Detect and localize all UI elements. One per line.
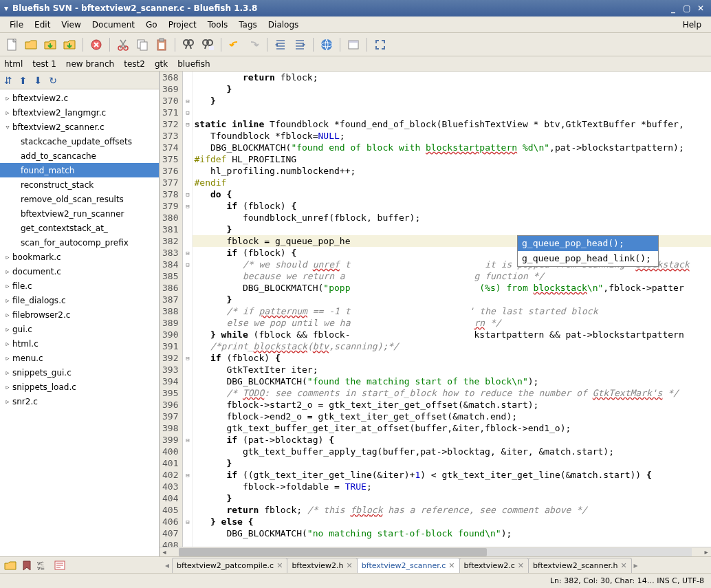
code-line[interactable]: fblock->start2_o = gtk_text_iter_get_off…: [193, 399, 711, 411]
browser-preview-button[interactable]: [318, 36, 336, 54]
close-icon[interactable]: ✕: [276, 561, 283, 570]
proj-tab[interactable]: test 1: [32, 59, 56, 69]
code-line[interactable]: return fblock; /* this fblock has a refe…: [193, 504, 711, 516]
code-line[interactable]: foundblock_unref(fblock, buffer);: [193, 212, 711, 224]
nav-up-icon[interactable]: ⬆: [19, 75, 28, 86]
window-menu-icon[interactable]: ▾: [4, 3, 8, 13]
menu-view[interactable]: View: [56, 19, 86, 31]
code-line[interactable]: DBG_BLOCKMATCH("popp (%s) from blockstac…: [193, 282, 711, 294]
autocomplete-item[interactable]: g_queue_pop_head_link();: [518, 251, 658, 266]
fold-marker[interactable]: ⊟: [183, 469, 192, 481]
new-file-button[interactable]: [3, 36, 21, 54]
menu-help[interactable]: Help: [677, 19, 707, 31]
tree-item[interactable]: ▹gui.c: [0, 322, 159, 336]
code-line[interactable]: [193, 107, 711, 118]
collapsed-icon[interactable]: ▹: [3, 354, 12, 362]
fold-gutter[interactable]: ⊟⊟⊟⊟⊟⊟⊟⊟⊟⊟⊟: [183, 72, 193, 547]
tree-item[interactable]: ▹file.c: [0, 279, 159, 293]
tree-item[interactable]: ▹document.c: [0, 264, 159, 279]
tree-item[interactable]: ▹bftextview2.c: [0, 91, 159, 105]
close-icon[interactable]: ✕: [347, 561, 353, 570]
proj-tab[interactable]: test2: [124, 59, 145, 69]
maximize-button[interactable]: ▢: [681, 3, 693, 14]
open-file-button[interactable]: [22, 36, 40, 54]
scroll-left-icon[interactable]: ◂: [160, 548, 169, 556]
code-line[interactable]: if (fblock) {: [193, 352, 711, 364]
autocomplete-item[interactable]: g_queue_pop_head();: [518, 236, 658, 251]
collapsed-icon[interactable]: ▹: [3, 296, 12, 304]
menu-tools[interactable]: Tools: [202, 19, 234, 31]
code-line[interactable]: else we pop until we ha rn */: [193, 317, 711, 329]
collapsed-icon[interactable]: ▹: [3, 383, 12, 391]
code-line[interactable]: Tfoundblock *fblock=NULL;: [193, 130, 711, 142]
menu-tags[interactable]: Tags: [233, 19, 263, 31]
scrollbar-thumb[interactable]: [179, 548, 487, 556]
code-line[interactable]: #ifdef HL_PROFILING: [193, 153, 711, 165]
tree-item[interactable]: ▹menu.c: [0, 351, 159, 365]
close-button[interactable]: ✕: [694, 3, 707, 14]
collapsed-icon[interactable]: ▹: [3, 94, 12, 102]
symbol-tree[interactable]: ▹bftextview2.c▹bftextview2_langmgr.c▿bft…: [0, 89, 159, 556]
file-tab[interactable]: bftextview2_scanner.c✕: [357, 558, 460, 573]
find-replace-button[interactable]: [199, 36, 217, 54]
fold-marker[interactable]: ⊟: [183, 118, 192, 130]
redo-button[interactable]: [245, 36, 263, 54]
folder-icon[interactable]: [4, 560, 17, 571]
code-line[interactable]: } while (fblock && fblock- kstartpattern…: [193, 329, 711, 340]
fullscreen-button[interactable]: [371, 36, 389, 54]
code-line[interactable]: /* TODO: see comments in start_of_block …: [193, 387, 711, 399]
collapsed-icon[interactable]: ▹: [3, 253, 12, 261]
collapsed-icon[interactable]: ▹: [3, 268, 12, 275]
code-line[interactable]: /*print_blockstack(btv,scanning);*/: [193, 340, 711, 352]
code-line[interactable]: gtk_text_buffer_apply_tag(buffer,pat->bl…: [193, 446, 711, 457]
tree-item[interactable]: add_to_scancache: [0, 149, 159, 163]
tab-prev-icon[interactable]: ◂: [162, 560, 172, 570]
code-line[interactable]: gtk_text_buffer_get_iter_at_offset(buffe…: [193, 422, 711, 434]
save-button[interactable]: [41, 36, 59, 54]
code-line[interactable]: static inline Tfoundblock *found_end_of_…: [193, 118, 711, 130]
fold-marker[interactable]: ⊟: [183, 95, 192, 107]
menu-go[interactable]: Go: [140, 19, 163, 31]
fold-marker[interactable]: ⊟: [183, 200, 192, 212]
code-line[interactable]: because we return a g function */: [193, 270, 711, 282]
code-line[interactable]: if (pat->blocktag) {: [193, 434, 711, 446]
tree-item[interactable]: bftextview2_run_scanner: [0, 206, 159, 221]
file-tab[interactable]: bftextview2_scanner.h✕: [528, 558, 632, 573]
menu-project[interactable]: Project: [163, 19, 202, 31]
code-line[interactable]: }: [193, 224, 711, 235]
tree-item[interactable]: get_contextstack_at_: [0, 221, 159, 235]
code-line[interactable]: [193, 539, 711, 547]
proj-tab[interactable]: new branch: [66, 59, 114, 69]
collapsed-icon[interactable]: ▹: [3, 398, 12, 405]
nav-refresh-icon[interactable]: ↻: [49, 75, 57, 86]
copy-button[interactable]: [133, 36, 151, 54]
proj-tab[interactable]: html: [4, 59, 23, 69]
fold-marker[interactable]: ⊟: [183, 188, 192, 200]
collapsed-icon[interactable]: ▹: [3, 340, 12, 347]
code-line[interactable]: if (fblock) {: [193, 200, 711, 212]
nav-up-down-icon[interactable]: ⇵: [4, 75, 12, 86]
code-line[interactable]: }: [193, 83, 711, 95]
collapsed-icon[interactable]: ▹: [3, 325, 12, 333]
code-line[interactable]: if ((gtk_text_iter_get_line(&iter)+1) < …: [193, 469, 711, 481]
bookmark-icon[interactable]: [21, 560, 33, 571]
collapsed-icon[interactable]: ▹: [3, 109, 12, 116]
paste-button[interactable]: [153, 36, 171, 54]
code-line[interactable]: }: [193, 95, 711, 107]
tab-next-icon[interactable]: ▸: [631, 560, 641, 570]
code-line[interactable]: }: [193, 492, 711, 504]
tree-item[interactable]: reconstruct_stack: [0, 177, 159, 192]
code-area[interactable]: return fblock; } }static inline Tfoundbl…: [193, 72, 711, 547]
view-button[interactable]: [344, 36, 362, 54]
code-line[interactable]: hl_profiling.numblockend++;: [193, 165, 711, 177]
autocomplete-popup[interactable]: g_queue_pop_head(); g_queue_pop_head_lin…: [517, 235, 659, 267]
undo-button[interactable]: [226, 36, 243, 54]
fold-marker[interactable]: ⊟: [183, 259, 192, 270]
tree-item[interactable]: ▹snippets_load.c: [0, 380, 159, 394]
scroll-right-icon[interactable]: ▸: [701, 548, 711, 556]
tree-item[interactable]: stackcache_update_offsets: [0, 134, 159, 149]
tree-item[interactable]: ▹file_dialogs.c: [0, 293, 159, 307]
collapsed-icon[interactable]: ▹: [3, 369, 12, 376]
cut-button[interactable]: [114, 36, 132, 54]
nav-down-icon[interactable]: ⬇: [34, 75, 42, 86]
